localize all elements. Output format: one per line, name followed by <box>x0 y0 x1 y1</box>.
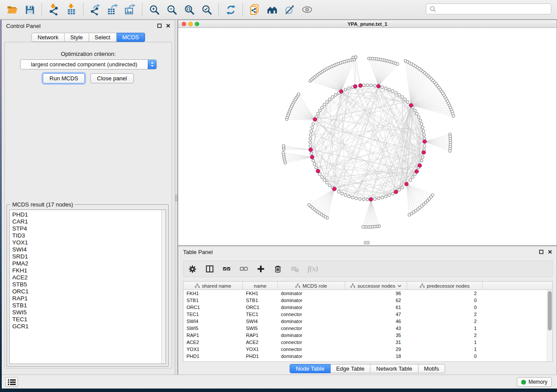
list-item[interactable]: STB1 <box>12 302 166 309</box>
graph-node[interactable] <box>318 173 321 175</box>
graph-node[interactable] <box>374 198 376 200</box>
graph-node[interactable] <box>417 116 420 118</box>
graph-node[interactable] <box>391 192 394 195</box>
zoom-out-button[interactable] <box>163 2 180 17</box>
save-button[interactable] <box>21 2 38 17</box>
graph-hub-node[interactable] <box>423 140 427 144</box>
graph-node[interactable] <box>370 84 372 86</box>
graph-hub-node[interactable] <box>409 103 413 107</box>
tab-node-table[interactable]: Node Table <box>290 364 331 373</box>
tab-edge-table[interactable]: Edge Table <box>330 364 370 373</box>
graph-node[interactable] <box>325 100 328 103</box>
graph-node[interactable] <box>309 141 311 144</box>
network-document-button[interactable] <box>246 2 263 17</box>
vertical-splitter-handle[interactable] <box>175 195 177 201</box>
graph-node[interactable] <box>328 98 331 100</box>
graph-node[interactable] <box>384 195 387 198</box>
tab-style[interactable]: Style <box>65 33 89 42</box>
column-header-successor-nodes[interactable]: successor nodes <box>345 282 407 290</box>
memory-button[interactable]: Memory <box>517 377 552 387</box>
graph-node[interactable] <box>328 184 331 186</box>
close-traffic-light[interactable] <box>182 22 186 26</box>
refresh-button[interactable] <box>222 2 239 17</box>
graph-node[interactable] <box>334 93 337 96</box>
search-input[interactable] <box>438 6 548 12</box>
graph-node[interactable] <box>409 179 412 181</box>
graph-node[interactable] <box>323 179 325 181</box>
graph-node[interactable] <box>318 109 321 112</box>
graph-node[interactable] <box>401 96 404 98</box>
graph-node[interactable] <box>423 134 426 136</box>
graph-node[interactable] <box>282 144 285 147</box>
graph-node[interactable] <box>396 63 399 65</box>
graph-node[interactable] <box>354 56 357 58</box>
list-item[interactable]: TID3 <box>12 232 166 239</box>
graph-node[interactable] <box>309 144 311 147</box>
table-scrollbar-thumb[interactable] <box>548 291 552 330</box>
graph-hub-node[interactable] <box>339 89 343 93</box>
close-panel-icon[interactable] <box>548 250 552 254</box>
run-mcds-button[interactable]: Run MCDS <box>43 73 85 83</box>
mcds-result-list[interactable]: PHD1CAR1STP4TID3YOX1SWI4SRD1PMA2FKH1ACE2… <box>9 210 166 364</box>
close-panel-button[interactable]: Close panel <box>90 73 134 83</box>
graph-node[interactable] <box>415 112 418 115</box>
graph-node[interactable] <box>398 93 401 96</box>
graph-node[interactable] <box>362 198 365 201</box>
add-column-button[interactable] <box>256 265 265 273</box>
graph-node[interactable] <box>408 213 411 216</box>
close-panel-icon[interactable] <box>166 24 170 28</box>
tab-motifs[interactable]: Motifs <box>418 364 445 373</box>
graph-node[interactable] <box>309 134 312 136</box>
graph-node[interactable] <box>298 93 300 96</box>
list-item[interactable]: ORC1 <box>12 288 166 295</box>
graph-hub-node[interactable] <box>309 148 313 152</box>
graph-node[interactable] <box>388 194 391 196</box>
graph-node[interactable] <box>449 150 451 152</box>
graph-node[interactable] <box>341 192 343 195</box>
graph-node[interactable] <box>351 196 354 199</box>
deselect-all-button[interactable] <box>239 265 248 273</box>
graph-node[interactable] <box>321 106 323 109</box>
graph-node[interactable] <box>312 159 315 162</box>
graph-hub-node[interactable] <box>418 164 422 168</box>
graph-node[interactable] <box>315 166 317 169</box>
list-item[interactable]: ACE2 <box>12 274 166 281</box>
graph-hub-node[interactable] <box>377 84 381 88</box>
table-row[interactable]: RAP1RAP1dominator352 <box>183 332 552 339</box>
home-button[interactable] <box>263 2 281 17</box>
graph-node[interactable] <box>398 189 401 191</box>
graph-hub-node[interactable] <box>332 187 336 191</box>
zoom-fit-button[interactable] <box>180 2 198 17</box>
export-image-button[interactable] <box>121 2 139 17</box>
network-canvas[interactable] <box>178 28 557 245</box>
maximize-traffic-light[interactable] <box>195 22 199 26</box>
search-box[interactable] <box>426 3 551 14</box>
column-header-name[interactable]: name <box>243 282 278 290</box>
column-header-shared-name[interactable]: shared name <box>183 282 243 290</box>
graph-node[interactable] <box>419 119 422 122</box>
graph-node[interactable] <box>394 91 397 94</box>
list-item[interactable]: RAP1 <box>12 295 166 302</box>
graph-node[interactable] <box>374 84 376 87</box>
graph-node[interactable] <box>412 176 414 179</box>
show-columns-button[interactable] <box>205 265 214 273</box>
table-row[interactable]: TEC1TEC1connector472 <box>183 311 552 318</box>
list-item[interactable]: SRD1 <box>12 253 166 260</box>
graph-node[interactable] <box>388 88 391 91</box>
table-row[interactable]: PHD1PHD1dominator180 <box>183 353 552 360</box>
graph-node[interactable] <box>366 84 369 86</box>
graph-node[interactable] <box>325 181 328 184</box>
graph-node[interactable] <box>421 126 424 129</box>
graph-node[interactable] <box>422 130 425 132</box>
graph-node[interactable] <box>337 190 340 193</box>
horizontal-splitter-handle[interactable] <box>364 241 370 244</box>
graph-hub-node[interactable] <box>394 190 398 194</box>
graph-hub-node[interactable] <box>415 169 419 173</box>
graph-node[interactable] <box>352 56 354 59</box>
column-header-predecessor-nodes[interactable]: predecessor nodes <box>407 282 483 290</box>
criterion-select[interactable]: largest connected component (undirected) <box>20 59 157 69</box>
list-item[interactable]: SWI5 <box>12 309 166 316</box>
graph-node[interactable] <box>355 197 357 199</box>
table-row[interactable]: SWI4SWI4dominator462 <box>183 318 552 325</box>
graph-node[interactable] <box>309 137 311 140</box>
